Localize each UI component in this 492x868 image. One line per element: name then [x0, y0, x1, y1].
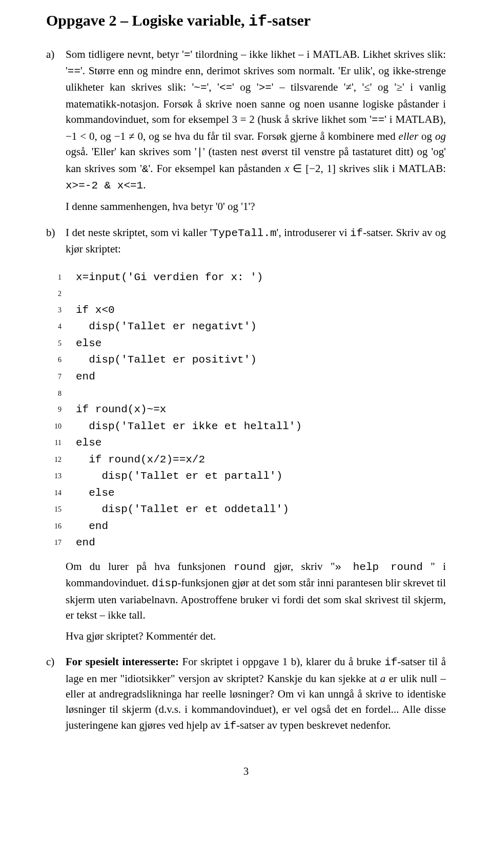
item-label-b-empty [46, 559, 66, 649]
code-text: if x<0 [76, 302, 115, 319]
line-number: 17 [46, 535, 76, 552]
code-text: disp('Tallet er ikke et heltall') [76, 418, 302, 435]
code-line: 16 end [46, 518, 446, 535]
title-suffix: -satser [267, 12, 311, 29]
code-line: 15 disp('Tallet er et oddetall') [46, 501, 446, 518]
code-text: else [76, 335, 101, 352]
item-label-a: a) [46, 47, 66, 220]
code-text: disp('Tallet er et partall') [76, 468, 282, 485]
item-body-a: Som tidligere nevnt, betyr '=' tilordnin… [66, 47, 446, 220]
code-line: 3if x<0 [46, 302, 446, 319]
code-line: 5else [46, 335, 446, 352]
title-text: Oppgave 2 – Logiske variable, [46, 12, 249, 29]
code-line: 9if round(x)~=x [46, 401, 446, 418]
item-label-b: b) [46, 225, 66, 262]
item-b-paragraph-1: I det neste skriptet, som vi kaller 'Typ… [66, 225, 446, 257]
code-line: 10 disp('Tallet er ikke et heltall') [46, 418, 446, 435]
exercise-item-c: c) For spesielt interesserte: For skript… [46, 654, 446, 739]
page-title: Oppgave 2 – Logiske variable, if-satser [46, 9, 446, 33]
item-b-paragraph-3: Hva gjør skriptet? Kommentér det. [66, 628, 446, 644]
line-number: 9 [46, 401, 76, 418]
line-number: 1 [46, 269, 76, 286]
code-text: disp('Tallet er et oddetall') [76, 501, 289, 518]
code-line: 8 [46, 386, 446, 402]
line-number: 10 [46, 418, 76, 435]
item-body-b-cont: Om du lurer på hva funksjonen round gjør… [66, 559, 446, 649]
code-line: 6 disp('Tallet er positivt') [46, 352, 446, 369]
code-line: 11else [46, 435, 446, 452]
line-number: 14 [46, 485, 76, 502]
item-a-paragraph-2: I denne sammenhengen, hva betyr '0' og '… [66, 199, 446, 214]
line-number: 6 [46, 352, 76, 369]
line-number: 11 [46, 435, 76, 452]
title-tt: if [249, 13, 267, 30]
exercise-list: a) Som tidligere nevnt, betyr '=' tilord… [46, 47, 446, 262]
code-line: 1x=input('Gi verdien for x: ') [46, 269, 446, 286]
code-text: else [76, 485, 115, 502]
item-label-c: c) [46, 654, 66, 739]
item-body-c: For spesielt interesserte: For skriptet … [66, 654, 446, 739]
line-number: 8 [46, 386, 76, 402]
code-line: 13 disp('Tallet er et partall') [46, 468, 446, 485]
line-number: 16 [46, 518, 76, 535]
line-number: 2 [46, 286, 76, 302]
line-number: 12 [46, 452, 76, 469]
code-line: 7end [46, 369, 446, 386]
item-b-paragraph-2: Om du lurer på hva funksjonen round gjør… [66, 559, 446, 623]
line-number: 5 [46, 335, 76, 352]
code-line: 17end [46, 535, 446, 552]
code-line: 4 disp('Tallet er negativt') [46, 319, 446, 335]
code-line: 2 [46, 286, 446, 302]
code-text: disp('Tallet er negativt') [76, 319, 257, 335]
code-text: end [76, 535, 95, 552]
line-number: 15 [46, 501, 76, 518]
code-text: if round(x/2)==x/2 [76, 452, 205, 469]
exercise-item-a: a) Som tidligere nevnt, betyr '=' tilord… [46, 47, 446, 220]
code-text: if round(x)~=x [76, 401, 166, 418]
line-number: 13 [46, 468, 76, 485]
item-c-paragraph-1: For spesielt interesserte: For skriptet … [66, 654, 446, 734]
code-block: 1x=input('Gi verdien for x: ')23if x<04 … [46, 269, 446, 552]
line-number: 3 [46, 302, 76, 319]
line-number: 4 [46, 319, 76, 335]
code-text: else [76, 435, 101, 452]
code-text: end [76, 369, 95, 386]
exercise-item-b-cont: Om du lurer på hva funksjonen round gjør… [46, 559, 446, 649]
item-body-b: I det neste skriptet, som vi kaller 'Typ… [66, 225, 446, 262]
page-number: 3 [46, 764, 446, 779]
code-text: x=input('Gi verdien for x: ') [76, 269, 263, 286]
exercise-list-continued: Om du lurer på hva funksjonen round gjør… [46, 559, 446, 739]
exercise-item-b: b) I det neste skriptet, som vi kaller '… [46, 225, 446, 262]
code-text: disp('Tallet er positivt') [76, 352, 257, 369]
code-line: 12 if round(x/2)==x/2 [46, 452, 446, 469]
code-text: end [76, 518, 108, 535]
line-number: 7 [46, 369, 76, 386]
code-line: 14 else [46, 485, 446, 502]
item-a-paragraph-1: Som tidligere nevnt, betyr '=' tilordnin… [66, 47, 446, 194]
